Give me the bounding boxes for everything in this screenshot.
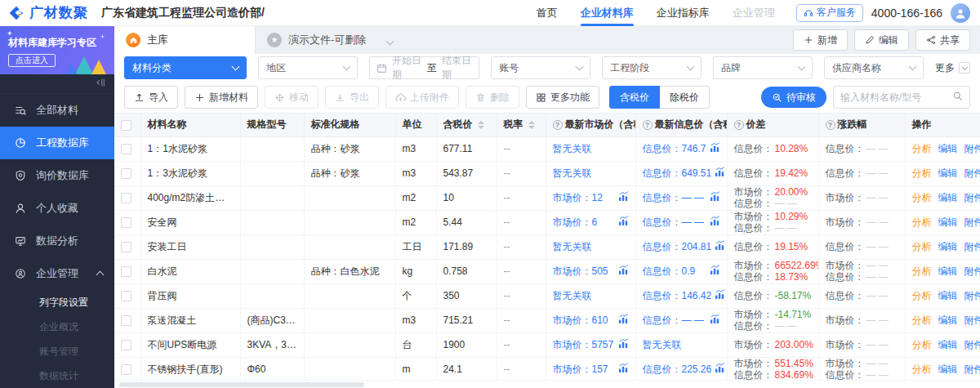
end-date-placeholder[interactable]: 结束日期 xyxy=(442,54,472,82)
sidebar-item-data-analysis[interactable]: 数据分析 xyxy=(0,225,114,257)
sidebar-subitem-column-field-settings[interactable]: 列字段设置 xyxy=(0,290,114,314)
action-attachment[interactable]: 附件 xyxy=(964,167,980,181)
row-checkbox[interactable] xyxy=(121,242,131,252)
filter-more[interactable]: 更多 xyxy=(935,61,970,75)
nav-item-enterprise-materials[interactable]: 企业材料库 xyxy=(581,0,634,26)
edit-library-button[interactable]: 编辑 xyxy=(854,29,909,51)
action-attachment[interactable]: 附件 xyxy=(964,240,980,254)
price-link[interactable]: 市场价：6 xyxy=(553,216,629,230)
action-edit[interactable]: 编辑 xyxy=(938,338,958,352)
toggle-tax-excluded[interactable]: 除税价 xyxy=(660,86,710,109)
price-trend-chart-icon[interactable] xyxy=(711,363,725,376)
price-link[interactable]: 市场价：505 xyxy=(553,265,629,279)
action-edit[interactable]: 编辑 xyxy=(938,265,958,279)
price-trend-chart-icon[interactable] xyxy=(711,167,725,180)
no-link-label[interactable]: 暂无关联 xyxy=(553,167,592,179)
sidebar-item-enterprise-management[interactable]: 企业管理 xyxy=(0,257,114,290)
filter-brand[interactable]: 品牌 xyxy=(713,56,813,79)
action-edit[interactable]: 编辑 xyxy=(938,167,958,181)
select-all-checkbox[interactable] xyxy=(121,120,131,131)
no-link-label[interactable]: 暂无关联 xyxy=(553,290,592,301)
sort-control[interactable] xyxy=(528,121,535,129)
tab-demo-file[interactable]: ★ 演示文件-可删除 xyxy=(255,26,415,54)
action-analyze[interactable]: 分析 xyxy=(912,191,932,205)
nav-item-enterprise-indicators[interactable]: 企业指标库 xyxy=(657,0,710,26)
sidebar-subitem-account-management[interactable]: 账号管理 xyxy=(0,339,114,363)
sort-control[interactable] xyxy=(478,121,484,129)
action-analyze[interactable]: 分析 xyxy=(912,216,932,230)
row-checkbox[interactable] xyxy=(121,144,131,154)
action-edit[interactable]: 编辑 xyxy=(938,191,958,205)
price-trend-chart-icon[interactable] xyxy=(615,191,629,204)
action-attachment[interactable]: 附件 xyxy=(964,363,980,377)
info-icon[interactable]: ? xyxy=(734,120,744,130)
toggle-tax-included[interactable]: 含税价 xyxy=(609,86,660,109)
row-checkbox[interactable] xyxy=(121,168,131,179)
filter-region[interactable]: 地区 xyxy=(258,56,358,79)
filter-date-range[interactable]: 开始日期至结束日期 xyxy=(369,56,479,79)
nav-item-home[interactable]: 首页 xyxy=(537,0,558,26)
action-attachment[interactable]: 附件 xyxy=(964,289,980,303)
price-link[interactable]: 市场价：5757 xyxy=(553,338,629,352)
price-link[interactable]: 信息价：0.9 xyxy=(643,265,720,279)
price-link[interactable]: 信息价：146.42 xyxy=(643,289,720,303)
scrollbar-thumb[interactable] xyxy=(119,382,364,387)
filter-supplier-name[interactable]: 供应商名称 xyxy=(824,56,924,79)
price-link[interactable]: 市场价：157 xyxy=(553,363,629,377)
action-edit[interactable]: 编辑 xyxy=(938,289,958,303)
price-trend-chart-icon[interactable] xyxy=(706,142,720,155)
action-analyze[interactable]: 分析 xyxy=(912,167,932,181)
action-edit[interactable]: 编辑 xyxy=(938,240,958,254)
row-checkbox[interactable] xyxy=(121,340,131,350)
price-trend-chart-icon[interactable] xyxy=(615,338,629,351)
more-functions-button[interactable]: 更多功能 xyxy=(526,86,599,109)
search-icon[interactable] xyxy=(952,91,963,104)
row-checkbox[interactable] xyxy=(121,364,131,375)
info-icon[interactable]: ? xyxy=(643,120,653,130)
action-attachment[interactable]: 附件 xyxy=(964,314,980,328)
filter-project-stage[interactable]: 工程阶段 xyxy=(602,56,702,79)
add-library-button[interactable]: 新增 xyxy=(793,29,848,51)
pending-review-button[interactable]: 待审核 xyxy=(761,87,826,108)
banner-enter-button[interactable]: 点击进入 xyxy=(8,54,56,67)
action-attachment[interactable]: 附件 xyxy=(964,142,980,156)
action-analyze[interactable]: 分析 xyxy=(912,265,932,279)
collapse-sidebar-icon[interactable] xyxy=(95,77,106,91)
action-attachment[interactable]: 附件 xyxy=(964,265,980,279)
price-link[interactable]: 信息价：— — xyxy=(643,216,720,230)
action-edit[interactable]: 编辑 xyxy=(938,216,958,230)
share-library-button[interactable]: 共享 xyxy=(915,29,970,51)
search-input[interactable] xyxy=(840,91,947,103)
sidebar-subitem-company-profile[interactable]: 企业概况 xyxy=(0,314,114,339)
action-attachment[interactable]: 附件 xyxy=(964,216,980,230)
price-trend-chart-icon[interactable] xyxy=(706,191,720,204)
filter-account[interactable]: 账号 xyxy=(491,56,590,79)
no-link-label[interactable]: 暂无关联 xyxy=(553,241,592,252)
horizontal-scrollbar[interactable] xyxy=(114,380,980,388)
action-attachment[interactable]: 附件 xyxy=(964,338,980,352)
nav-item-enterprise-management[interactable]: 企业管理 xyxy=(733,0,775,26)
sidebar-item-project-database[interactable]: 工程数据库 xyxy=(0,127,114,159)
price-trend-chart-icon[interactable] xyxy=(615,216,629,229)
filter-material-category[interactable]: 材料分类 xyxy=(124,56,247,79)
start-date-placeholder[interactable]: 开始日期 xyxy=(392,54,422,82)
price-link[interactable]: 信息价：— — xyxy=(643,191,720,205)
action-edit[interactable]: 编辑 xyxy=(938,142,958,156)
sidebar-item-inquiry-database[interactable]: 询价数据库 xyxy=(0,159,114,192)
row-checkbox[interactable] xyxy=(121,315,131,326)
price-link[interactable]: 信息价：649.51 xyxy=(643,167,720,181)
price-trend-chart-icon[interactable] xyxy=(706,216,720,229)
action-analyze[interactable]: 分析 xyxy=(912,314,932,328)
row-checkbox[interactable] xyxy=(121,291,131,301)
row-checkbox[interactable] xyxy=(121,193,131,203)
row-checkbox[interactable] xyxy=(121,217,131,228)
sidebar-item-personal-favorites[interactable]: 个人收藏 xyxy=(0,192,114,225)
price-trend-chart-icon[interactable] xyxy=(711,240,725,253)
price-trend-chart-icon[interactable] xyxy=(706,314,720,327)
no-link-label[interactable]: 暂无关联 xyxy=(553,143,592,154)
action-analyze[interactable]: 分析 xyxy=(912,289,932,303)
import-button[interactable]: 导入 xyxy=(124,86,178,109)
action-analyze[interactable]: 分析 xyxy=(912,142,932,156)
action-analyze[interactable]: 分析 xyxy=(912,363,932,377)
price-trend-chart-icon[interactable] xyxy=(615,265,629,278)
